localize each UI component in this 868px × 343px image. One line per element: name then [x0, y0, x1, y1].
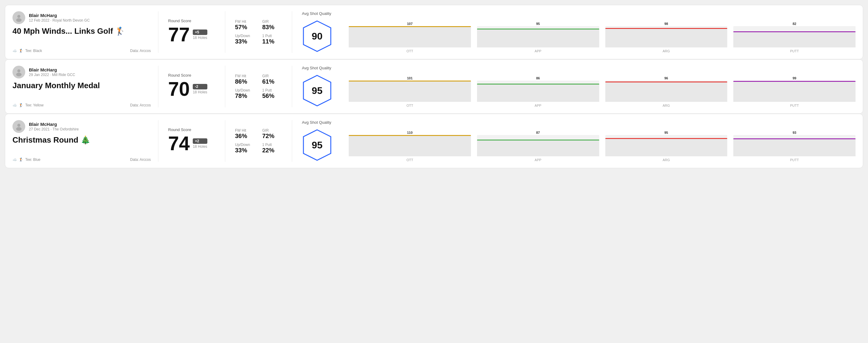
score-details-1: +5 18 Holes — [193, 30, 207, 40]
tee-info-1: ☁️ 🏌️ Tee: Black — [12, 49, 42, 53]
avatar-1 — [12, 11, 25, 24]
hexagon-container-2: 95 — [302, 74, 332, 107]
svg-point-6 — [17, 124, 20, 127]
bar-fill-arg — [605, 28, 727, 48]
bar-line-putt — [733, 31, 856, 32]
bar-wrapper-putt — [733, 81, 856, 102]
one-putt-label-2: 1 Putt — [262, 88, 282, 92]
bar-fill-ott — [349, 26, 471, 48]
left-section-3: Blair McHarg 27 Dec 2021 · The Oxfordshi… — [12, 120, 158, 162]
bar-label-arg: ARG — [662, 158, 670, 162]
holes-label-3: 18 Holes — [193, 145, 207, 149]
bar-value-arg: 96 — [664, 76, 668, 80]
big-score-3: 74 — [168, 134, 190, 153]
one-putt-item-1: 1 Putt 11% — [262, 34, 282, 45]
up-down-value-2: 78% — [235, 92, 255, 99]
player-text-3: Blair McHarg 27 Dec 2021 · The Oxfordshi… — [29, 122, 79, 131]
score-section-1: Round Score 77 +5 18 Holes — [158, 11, 225, 53]
bar-wrapper-putt — [733, 135, 856, 156]
round-score-label-3: Round Score — [168, 127, 215, 132]
bar-fill-arg — [605, 82, 727, 102]
stats-section-3: FW Hit 36% GIR 72% Up/Down 33% 1 Putt 22… — [225, 120, 292, 162]
stats-grid-3: FW Hit 36% GIR 72% Up/Down 33% 1 Putt 22… — [235, 128, 282, 154]
one-putt-label-3: 1 Putt — [262, 143, 282, 147]
score-row-1: 77 +5 18 Holes — [168, 25, 215, 44]
bar-wrapper-ott — [349, 26, 471, 48]
data-source-3: Data: Arccos — [130, 157, 151, 162]
tee-info-2: ☁️ 🏌️ Tee: Yellow — [12, 103, 43, 107]
weather-icon-3: ☁️ — [12, 157, 17, 162]
player-info-1: Blair McHarg 12 Feb 2022 · Royal North D… — [12, 11, 151, 24]
stats-section-1: FW Hit 57% GIR 83% Up/Down 33% 1 Putt 11… — [225, 11, 292, 53]
chart-column-putt: 93 PUTT — [733, 131, 856, 162]
svg-point-4 — [16, 73, 22, 76]
gir-label-3: GIR — [262, 128, 282, 132]
bar-fill-app — [477, 84, 599, 102]
score-badge-1: +5 — [193, 30, 207, 35]
bag-icon-2: 🏌️ — [19, 103, 23, 107]
bar-line-putt — [733, 81, 856, 82]
bar-line-arg — [605, 82, 727, 83]
bar-wrapper-app — [477, 81, 599, 102]
round-card-2: Blair McHarg 29 Jan 2022 · Mill Ride GCC… — [5, 59, 863, 114]
bar-line-arg — [605, 28, 727, 29]
one-putt-value-3: 22% — [262, 147, 282, 154]
one-putt-item-2: 1 Putt 56% — [262, 88, 282, 99]
bar-label-app: APP — [535, 158, 541, 162]
score-section-2: Round Score 70 -2 18 Holes — [158, 66, 225, 107]
bar-value-app: 87 — [536, 131, 540, 134]
bar-value-ott: 101 — [407, 76, 412, 80]
quality-section-2: Avg Shot Quality 95 101 — [292, 66, 856, 107]
svg-point-0 — [17, 15, 20, 18]
svg-point-3 — [17, 69, 20, 72]
bar-wrapper-ott — [349, 81, 471, 102]
left-section-2: Blair McHarg 29 Jan 2022 · Mill Ride GCC… — [12, 66, 158, 107]
weather-icon-1: ☁️ — [12, 49, 17, 53]
bar-line-putt — [733, 138, 856, 139]
round-title-3: Christmas Round 🎄 — [12, 135, 151, 145]
bar-wrapper-ott — [349, 135, 471, 156]
player-name-2: Blair McHarg — [29, 67, 75, 73]
bar-value-app: 95 — [536, 22, 540, 26]
bar-value-putt: 99 — [793, 76, 796, 80]
weather-icon-2: ☁️ — [12, 103, 17, 107]
bar-wrapper-app — [477, 26, 599, 48]
fw-hit-value-1: 57% — [235, 24, 255, 31]
up-down-item-1: Up/Down 33% — [235, 34, 255, 45]
round-score-label-1: Round Score — [168, 19, 215, 23]
chart-container-1: 107 OTT 95 APP 98 — [340, 20, 856, 53]
score-badge-3: +2 — [193, 138, 207, 144]
up-down-value-3: 33% — [235, 147, 255, 154]
bar-value-putt: 82 — [793, 22, 796, 26]
bar-fill-putt — [733, 81, 856, 102]
bar-line-arg — [605, 138, 727, 139]
fw-hit-label-1: FW Hit — [235, 20, 255, 24]
gir-value-3: 72% — [262, 132, 282, 139]
player-date-course-3: 27 Dec 2021 · The Oxfordshire — [29, 127, 79, 131]
chart-container-3: 110 OTT 87 APP 95 — [340, 128, 856, 162]
up-down-item-3: Up/Down 33% — [235, 143, 255, 154]
score-details-2: -2 18 Holes — [193, 84, 207, 94]
gir-label-2: GIR — [262, 74, 282, 78]
gir-value-2: 61% — [262, 78, 282, 85]
player-info-2: Blair McHarg 29 Jan 2022 · Mill Ride GCC — [12, 66, 151, 79]
big-score-2: 70 — [168, 80, 190, 99]
bar-label-putt: PUTT — [790, 49, 799, 53]
score-row-2: 70 -2 18 Holes — [168, 80, 215, 99]
quality-content-3: 95 110 OTT 87 — [302, 128, 856, 162]
stats-grid-1: FW Hit 57% GIR 83% Up/Down 33% 1 Putt 11… — [235, 20, 282, 45]
bar-line-app — [477, 29, 599, 30]
tee-label-3: Tee: Blue — [25, 157, 40, 162]
round-title-2: January Monthly Medal — [12, 81, 151, 90]
fw-hit-value-3: 36% — [235, 132, 255, 139]
bar-value-putt: 93 — [793, 131, 796, 134]
chart-column-ott: 107 OTT — [349, 22, 471, 53]
score-row-3: 74 +2 18 Holes — [168, 134, 215, 153]
chart-column-ott: 110 OTT — [349, 131, 471, 162]
stats-grid-2: FW Hit 86% GIR 61% Up/Down 78% 1 Putt 56… — [235, 74, 282, 99]
quality-label-1: Avg Shot Quality — [302, 11, 856, 16]
stats-section-2: FW Hit 86% GIR 61% Up/Down 78% 1 Putt 56… — [225, 66, 292, 107]
holes-label-1: 18 Holes — [193, 36, 207, 40]
bar-label-ott: OTT — [406, 104, 413, 107]
up-down-label-3: Up/Down — [235, 143, 255, 147]
